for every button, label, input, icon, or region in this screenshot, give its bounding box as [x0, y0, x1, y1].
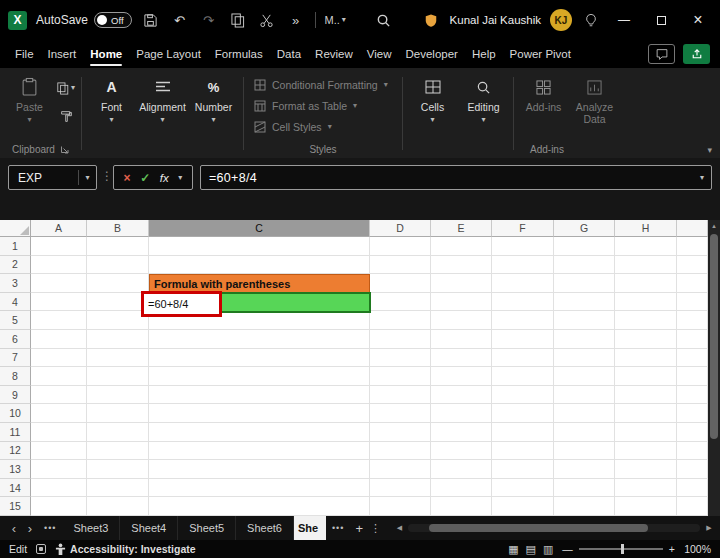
grid-cell[interactable]	[431, 423, 492, 442]
grid-cell[interactable]	[677, 330, 708, 349]
grid-cell[interactable]	[431, 479, 492, 498]
autosave-control[interactable]: AutoSave Off	[36, 12, 132, 28]
tab-overflow-ellipsis-icon[interactable]: •••	[326, 523, 350, 533]
grid-cell[interactable]	[554, 237, 615, 256]
grid-cell[interactable]	[370, 256, 431, 275]
grid-cell[interactable]	[149, 330, 370, 349]
row-header-15[interactable]: 15	[0, 497, 31, 516]
row-header-13[interactable]: 13	[0, 460, 31, 479]
grid-cell[interactable]	[492, 256, 554, 275]
grid-cell[interactable]	[615, 386, 677, 405]
row-header-9[interactable]: 9	[0, 386, 31, 405]
grid-cell[interactable]	[370, 367, 431, 386]
grid-cell[interactable]	[370, 349, 431, 368]
menu-tab-help[interactable]: Help	[465, 40, 503, 68]
grid-cell[interactable]	[677, 460, 708, 479]
row-header-11[interactable]: 11	[0, 423, 31, 442]
grid-cell[interactable]	[492, 311, 554, 330]
user-name[interactable]: Kunal Jai Kaushik	[450, 14, 541, 26]
grid-cell[interactable]	[615, 274, 677, 293]
grid-cell[interactable]	[31, 442, 87, 461]
row-header-8[interactable]: 8	[0, 367, 31, 386]
row-header-4[interactable]: 4	[0, 293, 31, 312]
menu-tab-review[interactable]: Review	[308, 40, 360, 68]
copy-button[interactable]: ▾	[57, 80, 75, 96]
tab-options-icon[interactable]: ⋮	[368, 522, 382, 535]
copy-button-qat[interactable]	[228, 7, 248, 33]
zoom-slider[interactable]	[579, 548, 663, 550]
grid-cell[interactable]	[87, 460, 149, 479]
column-header-b[interactable]: B	[87, 220, 149, 237]
grid-cell[interactable]	[431, 311, 492, 330]
grid-cell[interactable]	[554, 423, 615, 442]
grid-cell[interactable]	[492, 274, 554, 293]
format-painter-button[interactable]	[57, 108, 75, 124]
grid-cell[interactable]	[87, 386, 149, 405]
grid-cell[interactable]	[149, 479, 370, 498]
menu-tab-formulas[interactable]: Formulas	[208, 40, 270, 68]
page-layout-view-button[interactable]: ▤	[526, 543, 536, 556]
grid-cell[interactable]	[554, 349, 615, 368]
grid-cell[interactable]	[31, 237, 87, 256]
grid-cell[interactable]	[370, 330, 431, 349]
sheet-tab-sheet5[interactable]: Sheet5	[178, 516, 236, 540]
grid-cell[interactable]	[492, 386, 554, 405]
grid-cell[interactable]	[149, 367, 370, 386]
insert-function-button[interactable]: fx	[160, 172, 169, 184]
grid-cell[interactable]	[149, 256, 370, 275]
grid-cell[interactable]	[492, 442, 554, 461]
grid-cell[interactable]	[370, 237, 431, 256]
grid-cell[interactable]	[677, 423, 708, 442]
undo-button[interactable]: ↶	[170, 7, 190, 33]
select-all-corner[interactable]	[0, 220, 31, 237]
row-header-14[interactable]: 14	[0, 479, 31, 498]
alignment-group-button[interactable]: Alignment ▾	[139, 71, 186, 158]
grid-cell[interactable]	[31, 367, 87, 386]
grid-cell[interactable]	[615, 442, 677, 461]
grid-cell[interactable]	[554, 274, 615, 293]
menu-tab-power-pivot[interactable]: Power Pivot	[503, 40, 578, 68]
maximize-button[interactable]	[647, 6, 675, 34]
page-break-view-button[interactable]: ▥	[543, 543, 553, 556]
grid-cell[interactable]	[370, 404, 431, 423]
sheet-tab-sheet4[interactable]: Sheet4	[120, 516, 178, 540]
grid-cell[interactable]	[554, 293, 615, 312]
cells-group-button[interactable]: Cells ▾	[409, 71, 456, 158]
grid-cell[interactable]	[492, 479, 554, 498]
grid-cell[interactable]	[677, 311, 708, 330]
zoom-in-button[interactable]: +	[669, 543, 675, 555]
addins-button[interactable]: Add-ins	[520, 71, 567, 141]
row-header-12[interactable]: 12	[0, 442, 31, 461]
analyze-data-button[interactable]: Analyze Data	[571, 71, 618, 141]
search-button[interactable]	[373, 7, 393, 33]
grid-cell[interactable]	[615, 349, 677, 368]
grid-cell[interactable]	[431, 367, 492, 386]
grid-cell[interactable]	[492, 423, 554, 442]
grid-cell[interactable]	[677, 274, 708, 293]
grid-cell[interactable]	[370, 311, 431, 330]
grid-cell[interactable]	[554, 386, 615, 405]
grid-cell[interactable]	[149, 349, 370, 368]
grid-cell[interactable]	[431, 497, 492, 516]
dialog-launcher-icon[interactable]	[60, 145, 69, 154]
excel-logo-icon[interactable]: X	[8, 11, 27, 30]
grid-cell[interactable]	[149, 460, 370, 479]
grid-cell[interactable]	[370, 479, 431, 498]
grid-cell[interactable]	[431, 256, 492, 275]
grid-cell[interactable]	[615, 479, 677, 498]
grid-cell[interactable]	[615, 367, 677, 386]
grid-cell[interactable]	[370, 497, 431, 516]
minimize-button[interactable]: —	[610, 6, 638, 34]
enter-formula-button[interactable]: ✓	[140, 171, 150, 185]
grid-cell[interactable]	[370, 293, 431, 312]
grid-cell[interactable]	[677, 367, 708, 386]
column-header-d[interactable]: D	[370, 220, 431, 237]
number-group-button[interactable]: % Number ▾	[190, 71, 237, 158]
grid-cell[interactable]	[31, 404, 87, 423]
grid-cell[interactable]	[615, 256, 677, 275]
grid-cell[interactable]	[554, 404, 615, 423]
grid-cell[interactable]	[492, 404, 554, 423]
grid-cell[interactable]	[554, 497, 615, 516]
grid-cell[interactable]	[615, 293, 677, 312]
grid-cell[interactable]	[31, 293, 87, 312]
